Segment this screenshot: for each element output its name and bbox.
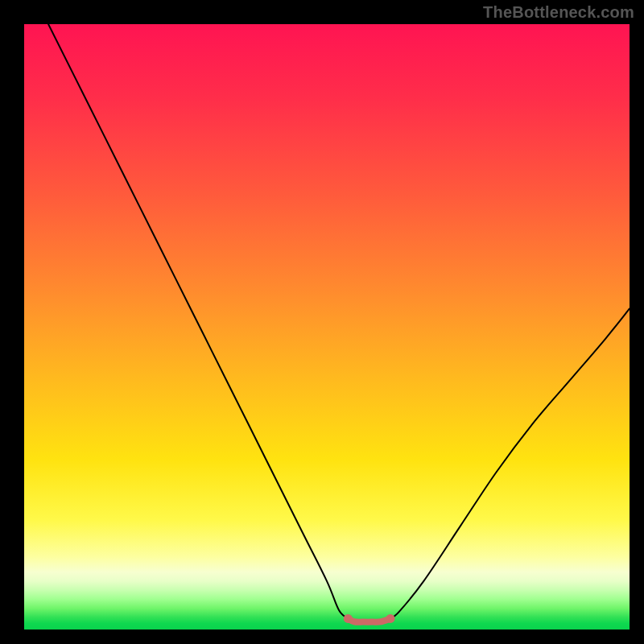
watermark-text: TheBottleneck.com [483,3,634,22]
plot-area [24,24,630,630]
right-curve-line [390,308,630,618]
curve-layer [24,24,630,630]
valley-bump-line [348,618,390,621]
left-curve-line [48,24,348,618]
chart-frame: TheBottleneck.com [0,0,644,644]
